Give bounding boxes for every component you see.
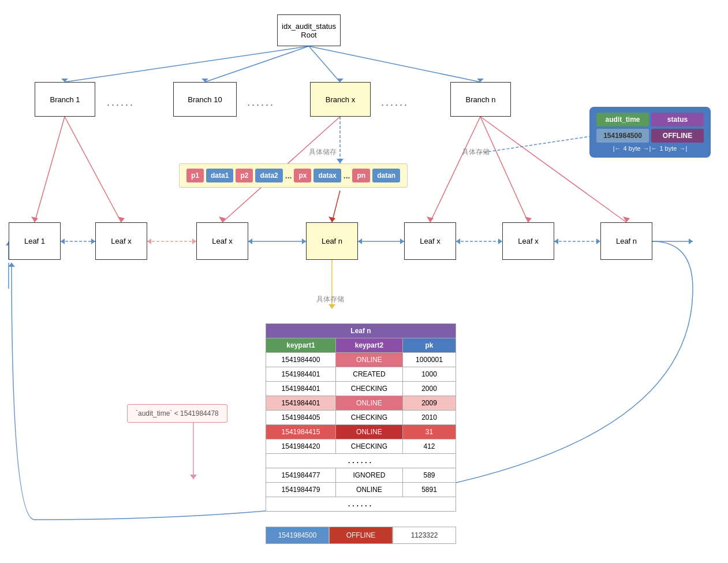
cell-pk: 589 [402,468,456,483]
svg-line-18 [480,117,528,222]
root-line1: idx_audit_status [282,22,336,31]
cell-kp1: 1541984401 [266,367,336,382]
leafx2-node: Leaf x [196,222,248,260]
cell-kp2: IGNORED [335,468,402,483]
branch10-node: Branch 10 [173,82,237,117]
svg-marker-27 [147,238,151,244]
cell-kp1: 1541984477 [266,468,336,483]
leafn2-node: Leaf n [600,222,652,260]
cell-pk: 2010 [402,411,456,425]
table-row-sep2: ...... [266,497,456,512]
branch-data-row: p1 data1 p2 data2 ... px datax ... pn da… [179,163,408,188]
svg-marker-41 [689,238,693,244]
condition-box: `audit_time` < 1541984478 [127,404,227,423]
cell-kp2: CHECKING [335,411,402,425]
svg-line-2 [205,46,309,82]
dots-branchx: ...... [381,96,409,109]
cell-datax: datax [313,169,341,182]
branchn-label: Branch n [465,95,495,104]
branch1-label: Branch 1 [50,95,80,104]
svg-line-8 [35,117,65,222]
table-row: 1541984401 CREATED 1000 [266,367,456,382]
offline-row: 1541984500 OFFLINE 1123322 [266,527,456,544]
offline-kp2: OFFLINE [329,527,393,544]
cell-data1: data1 [206,169,233,182]
leafx4-node: Leaf x [502,222,554,260]
leaf-table-wrapper: Leaf n keypart1 keypart2 pk 1541984400 O… [266,323,456,512]
idx-size2: 1 byte [659,145,677,152]
leafx1-node: Leaf x [95,222,147,260]
leaf-table: Leaf n keypart1 keypart2 pk 1541984400 O… [266,323,456,512]
svg-marker-30 [248,238,252,244]
leafx2-label: Leaf x [212,237,232,245]
table-row: 1541984420 CHECKING 412 [266,439,456,454]
cell-pn: pn [352,169,370,182]
svg-marker-50 [328,304,335,309]
cell-kp2: ONLINE [335,396,402,411]
cell-datan: datan [372,169,400,182]
svg-line-16 [430,117,480,222]
branch10-label: Branch 10 [188,95,222,104]
concrete-storage-label1: 具体储存 [309,147,337,157]
leaf-table-title: Leaf n [266,324,456,338]
cell-pk: 2000 [402,382,456,396]
table-row: 1541984415 ONLINE 31 [266,425,456,439]
leaf-col-pk: pk [402,338,456,353]
diagram-container: leafx1 --> leafx2 (left arrows, pink das… [0,0,728,563]
cell-kp2: CREATED [335,367,402,382]
cell-dots2: ... [344,171,350,180]
leaf1-node: Leaf 1 [9,222,61,260]
cell-kp2: ONLINE [335,483,402,497]
svg-marker-39 [554,238,558,244]
dots-branch10: ...... [247,96,275,109]
branchn-node: Branch n [450,82,511,117]
svg-marker-35 [498,238,502,244]
cell-kp1: 1541984400 [266,353,336,367]
svg-marker-11 [118,217,125,222]
svg-marker-26 [192,238,196,244]
cell-pk: 5891 [402,483,456,497]
concrete-storage-label2: 具体存储 [462,147,490,157]
offline-kp1: 1541984500 [266,527,329,544]
cell-kp1: 1541984401 [266,382,336,396]
svg-marker-15 [328,217,335,222]
index-box: audit_time status 1541984500 OFFLINE |← … [589,107,711,158]
cell-pk: 1000 [402,367,456,382]
cell-pk: 2009 [402,396,456,411]
idx-val2: OFFLINE [651,129,704,143]
condition-text: `audit_time` < 1541984478 [136,409,219,417]
svg-marker-38 [596,238,600,244]
table-row: 1541984477 IGNORED 589 [266,468,456,483]
cell-kp1: 1541984420 [266,439,336,454]
idx-col1: audit_time [596,113,649,126]
cell-pk: 31 [402,425,456,439]
cell-p2: p2 [236,169,253,182]
idx-arrow-end: →| [679,145,687,152]
table-row: 1541984401 ONLINE 2009 [266,396,456,411]
cell-kp2: CHECKING [335,382,402,396]
branchx-label: Branch x [326,95,355,104]
idx-size-row: |← 4 byte →|← 1 byte →| [596,145,704,152]
sep-dots: ...... [266,454,456,468]
svg-line-14 [332,191,340,222]
svg-marker-13 [219,217,226,222]
cell-kp1: 1541984401 [266,396,336,411]
cell-kp1: 1541984479 [266,483,336,497]
idx-arrow-right: →|← [643,145,658,152]
root-node: idx_audit_status Root [277,14,341,46]
idx-col2: status [651,113,704,126]
root-line2: Root [301,31,316,39]
cell-kp2: CHECKING [335,439,402,454]
leaf-col-kp1: keypart1 [266,338,336,353]
offline-pk: 1123322 [393,527,456,544]
leaf-col-kp2: keypart2 [335,338,402,353]
leafx3-label: Leaf x [420,237,440,245]
idx-size1: 4 byte [624,145,641,152]
svg-marker-29 [302,238,306,244]
table-row: 1541984405 CHECKING 2010 [266,411,456,425]
sep-dots2: ...... [266,497,456,512]
cell-kp1: 1541984405 [266,411,336,425]
table-row-sep: ...... [266,454,456,468]
leafx4-label: Leaf x [518,237,538,245]
svg-line-4 [309,46,340,82]
